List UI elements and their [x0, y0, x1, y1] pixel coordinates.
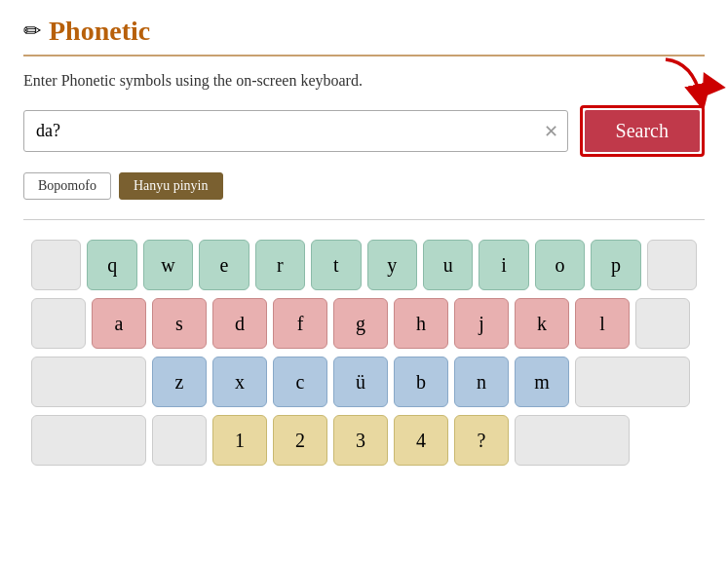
keyboard-row-1: q w e r t y u i o p: [31, 240, 697, 290]
search-row: ✕ Search: [23, 105, 705, 157]
spacer-key: [635, 298, 690, 349]
spacer-key: [647, 240, 697, 290]
spacer-key-wide: [31, 415, 146, 466]
key-g[interactable]: g: [333, 298, 388, 349]
tab-row: Bopomofo Hanyu pinyin: [23, 172, 705, 200]
key-x[interactable]: x: [212, 357, 267, 407]
key-a[interactable]: a: [92, 298, 146, 349]
key-w[interactable]: w: [143, 240, 193, 290]
key-t[interactable]: t: [311, 240, 361, 290]
tab-hanyu-pinyin[interactable]: Hanyu pinyin: [119, 172, 223, 200]
key-d[interactable]: d: [212, 298, 267, 349]
onscreen-keyboard: q w e r t y u i o p a s d f g h j k l z …: [23, 240, 705, 466]
key-u[interactable]: u: [423, 240, 473, 290]
page-header: ✏ Phonetic: [23, 16, 705, 56]
keyboard-row-3: z x c ü b n m: [31, 357, 697, 407]
key-s[interactable]: s: [152, 298, 207, 349]
search-button-wrapper: Search: [580, 105, 705, 157]
key-2[interactable]: 2: [273, 415, 327, 466]
spacer-key: [31, 240, 81, 290]
spacer-key: [31, 298, 86, 349]
page-title: Phonetic: [49, 16, 150, 47]
key-n[interactable]: n: [454, 357, 509, 407]
key-o[interactable]: o: [535, 240, 585, 290]
key-4[interactable]: 4: [394, 415, 448, 466]
spacer-key: [152, 415, 207, 466]
key-r[interactable]: r: [255, 240, 305, 290]
spacer-key-wide: [575, 357, 690, 407]
key-c[interactable]: c: [273, 357, 327, 407]
search-input-wrapper: ✕: [23, 110, 568, 152]
key-h[interactable]: h: [394, 298, 448, 349]
key-i[interactable]: i: [479, 240, 528, 290]
spacer-key-wide: [515, 415, 630, 466]
key-k[interactable]: k: [515, 298, 569, 349]
keyboard-row-2: a s d f g h j k l: [31, 298, 697, 349]
description-text: Enter Phonetic symbols using the on-scre…: [23, 72, 705, 90]
key-z[interactable]: z: [152, 357, 207, 407]
key-question[interactable]: ?: [454, 415, 509, 466]
key-b[interactable]: b: [394, 357, 448, 407]
keyboard-row-4: 1 2 3 4 ?: [31, 415, 697, 466]
search-button[interactable]: Search: [585, 110, 700, 152]
key-m[interactable]: m: [515, 357, 569, 407]
key-u-umlaut[interactable]: ü: [333, 357, 388, 407]
key-f[interactable]: f: [273, 298, 327, 349]
clear-button[interactable]: ✕: [542, 121, 560, 142]
search-button-outer: Search: [580, 105, 705, 157]
key-3[interactable]: 3: [333, 415, 388, 466]
key-p[interactable]: p: [591, 240, 640, 290]
pencil-icon: ✏: [23, 19, 41, 44]
key-1[interactable]: 1: [212, 415, 267, 466]
key-q[interactable]: q: [87, 240, 136, 290]
key-e[interactable]: e: [199, 240, 249, 290]
spacer-key-wide: [31, 357, 146, 407]
key-l[interactable]: l: [575, 298, 630, 349]
tab-bopomofo[interactable]: Bopomofo: [23, 172, 111, 200]
divider: [23, 219, 705, 220]
key-j[interactable]: j: [454, 298, 509, 349]
key-y[interactable]: y: [367, 240, 417, 290]
search-input[interactable]: [23, 110, 568, 152]
